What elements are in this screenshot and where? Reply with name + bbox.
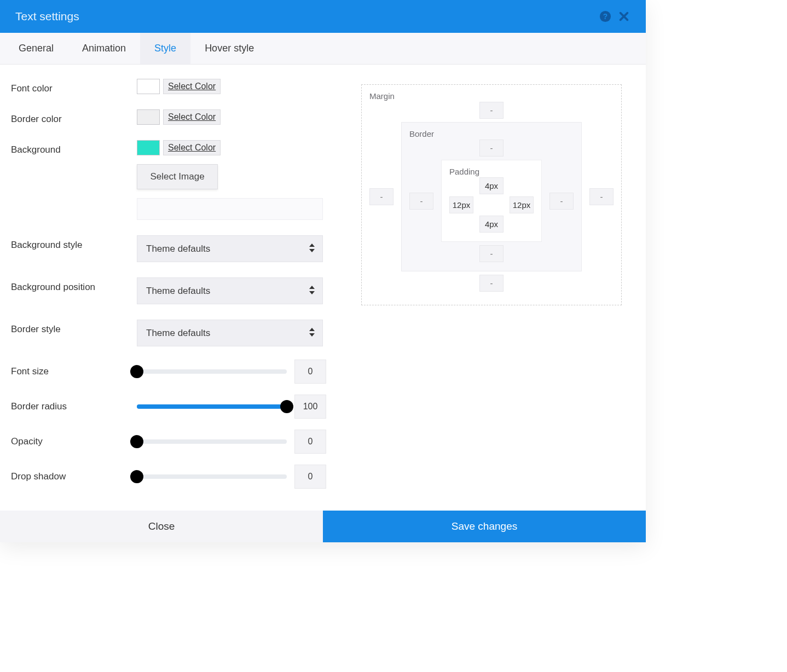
border-style-select[interactable]: Theme defaults bbox=[137, 320, 323, 346]
right-column: Margin Border Paddin bbox=[361, 71, 624, 494]
tab-style[interactable]: Style bbox=[140, 33, 190, 64]
modal-title: Text settings bbox=[15, 10, 79, 23]
background-position-row: Background position Theme defaults bbox=[11, 270, 339, 312]
font-color-swatch[interactable] bbox=[137, 79, 160, 94]
text-settings-modal: Text settings ? General Animation Style … bbox=[0, 0, 646, 542]
border-box: Border Padding bbox=[401, 122, 582, 271]
background-style-row: Background style Theme defaults bbox=[11, 228, 339, 270]
font-color-row: Font color Select Color bbox=[11, 71, 339, 102]
margin-right-input[interactable] bbox=[589, 188, 614, 205]
border-style-select-wrap: Theme defaults bbox=[137, 320, 323, 346]
padding-left-input[interactable] bbox=[449, 196, 473, 213]
font-size-value[interactable] bbox=[294, 360, 326, 384]
margin-top-input[interactable] bbox=[479, 102, 504, 119]
opacity-row: Opacity bbox=[11, 424, 339, 459]
border-color-swatch[interactable] bbox=[137, 109, 160, 125]
padding-bottom-input[interactable] bbox=[479, 216, 504, 233]
background-style-label: Background style bbox=[11, 235, 137, 251]
border-bottom-input[interactable] bbox=[479, 245, 504, 262]
close-button[interactable]: Close bbox=[0, 511, 323, 542]
font-color-label: Font color bbox=[11, 79, 137, 94]
modal-footer: Close Save changes bbox=[0, 511, 646, 542]
padding-right-input[interactable] bbox=[510, 196, 534, 213]
font-size-slider[interactable] bbox=[137, 369, 287, 374]
opacity-slider-thumb[interactable] bbox=[130, 435, 143, 448]
close-icon[interactable] bbox=[617, 10, 630, 23]
drop-shadow-row: Drop shadow bbox=[11, 459, 339, 494]
background-color-select-button[interactable]: Select Color bbox=[163, 140, 221, 155]
border-color-row: Border color Select Color bbox=[11, 102, 339, 132]
border-top-input[interactable] bbox=[479, 140, 504, 157]
image-preview-placeholder bbox=[137, 198, 323, 220]
background-row: Background Select Color Select Image bbox=[11, 132, 339, 228]
border-right-input[interactable] bbox=[549, 193, 574, 210]
select-image-button[interactable]: Select Image bbox=[137, 164, 218, 189]
border-style-row: Border style Theme defaults bbox=[11, 312, 339, 354]
font-size-slider-thumb[interactable] bbox=[130, 365, 143, 378]
opacity-value[interactable] bbox=[294, 430, 326, 454]
margin-bottom-input[interactable] bbox=[479, 275, 504, 292]
drop-shadow-slider-thumb[interactable] bbox=[130, 470, 143, 483]
background-label: Background bbox=[11, 140, 137, 155]
background-position-label: Background position bbox=[11, 277, 137, 293]
left-column: Font color Select Color Border color Sel… bbox=[11, 71, 339, 494]
padding-label: Padding bbox=[445, 164, 538, 177]
background-style-select-wrap: Theme defaults bbox=[137, 235, 323, 262]
svg-text:?: ? bbox=[603, 13, 607, 21]
background-position-select[interactable]: Theme defaults bbox=[137, 277, 323, 304]
font-color-select-button[interactable]: Select Color bbox=[163, 79, 221, 94]
save-button[interactable]: Save changes bbox=[323, 511, 646, 542]
border-label: Border bbox=[405, 126, 578, 140]
border-radius-slider-thumb[interactable] bbox=[280, 400, 293, 413]
opacity-slider[interactable] bbox=[137, 439, 287, 444]
tab-hover-style[interactable]: Hover style bbox=[190, 33, 268, 64]
drop-shadow-value[interactable] bbox=[294, 465, 326, 489]
margin-label: Margin bbox=[365, 88, 618, 102]
drop-shadow-slider[interactable] bbox=[137, 474, 287, 479]
drop-shadow-label: Drop shadow bbox=[11, 471, 129, 482]
font-size-label: Font size bbox=[11, 366, 129, 377]
border-radius-row: Border radius bbox=[11, 389, 339, 424]
box-model-diagram: Margin Border Paddin bbox=[361, 84, 622, 305]
border-radius-slider-fill bbox=[137, 404, 287, 409]
padding-top-input[interactable] bbox=[479, 177, 504, 194]
opacity-label: Opacity bbox=[11, 436, 129, 447]
tab-general[interactable]: General bbox=[4, 33, 68, 64]
header-icons: ? bbox=[599, 10, 630, 23]
border-radius-slider[interactable] bbox=[137, 404, 287, 409]
modal-body: Font color Select Color Border color Sel… bbox=[0, 65, 646, 511]
margin-left-input[interactable] bbox=[369, 188, 394, 205]
border-left-input[interactable] bbox=[409, 193, 433, 210]
padding-box: Padding bbox=[441, 160, 542, 242]
border-color-label: Border color bbox=[11, 109, 137, 125]
help-icon[interactable]: ? bbox=[599, 10, 612, 23]
tab-animation[interactable]: Animation bbox=[68, 33, 140, 64]
modal-header: Text settings ? bbox=[0, 0, 646, 33]
font-size-row: Font size bbox=[11, 354, 339, 389]
border-radius-label: Border radius bbox=[11, 401, 129, 412]
background-color-swatch[interactable] bbox=[137, 140, 160, 155]
background-position-select-wrap: Theme defaults bbox=[137, 277, 323, 304]
border-style-label: Border style bbox=[11, 320, 137, 335]
border-color-select-button[interactable]: Select Color bbox=[163, 109, 221, 125]
border-radius-value[interactable] bbox=[294, 395, 326, 419]
background-style-select[interactable]: Theme defaults bbox=[137, 235, 323, 262]
tabs: General Animation Style Hover style bbox=[0, 33, 646, 65]
